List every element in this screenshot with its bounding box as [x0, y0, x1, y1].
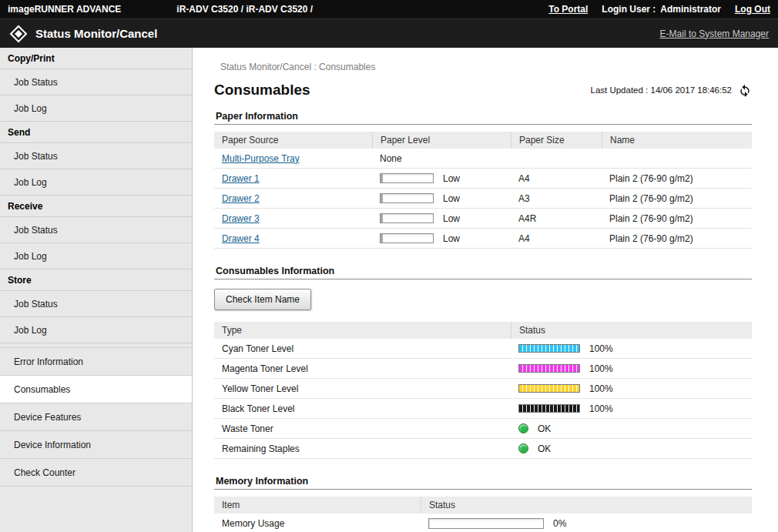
sidebar-group-send: Send [0, 122, 192, 143]
sidebar-group-store: Store [0, 269, 192, 291]
table-row: Multi-Purpose Tray None [214, 149, 752, 169]
sidebar-item-send-job-status[interactable]: Job Status [0, 143, 192, 169]
paper-source-link[interactable]: Drawer 3 [222, 213, 260, 224]
login-user-name: Administrator [660, 4, 721, 15]
paper-table: Paper Source Paper Level Paper Size Name… [214, 132, 752, 249]
logout-link[interactable]: Log Out [735, 4, 770, 15]
memory-item: Memory Usage [214, 518, 421, 529]
memory-information-heading: Memory Information [214, 476, 752, 490]
consumable-type: Cyan Toner Level [214, 343, 511, 354]
memory-usage-bar [428, 518, 544, 529]
status-monitor-logo-icon [9, 25, 28, 43]
paper-source-link[interactable]: Drawer 1 [222, 173, 260, 184]
column-header: Status [511, 322, 752, 339]
status-text: OK [538, 443, 551, 454]
magenta-toner-bar [518, 364, 580, 373]
app-title: Status Monitor/Cancel [35, 27, 157, 40]
last-updated-text: Last Updated : 14/06 2017 18:46:52 [590, 85, 732, 95]
paper-name: Plain 2 (76-90 g/m2) [602, 233, 752, 244]
paper-level-text: Low [443, 173, 460, 184]
table-row: Remaining Staples OK [214, 439, 752, 459]
memory-table: Item Status Memory Usage 0% [214, 497, 752, 532]
consumables-information-heading: Consumables Information [214, 266, 752, 279]
memory-table-header: Item Status [214, 497, 752, 514]
sidebar-item-store-job-log[interactable]: Job Log [0, 317, 192, 343]
sidebar-item-copy-print-job-log[interactable]: Job Log [0, 95, 192, 122]
black-toner-bar [518, 404, 580, 413]
column-header: Paper Level [372, 132, 511, 149]
table-row: Waste Toner OK [214, 419, 752, 439]
consumable-type: Black Toner Level [214, 403, 511, 414]
toner-percent: 100% [589, 363, 613, 374]
paper-table-header: Paper Source Paper Level Paper Size Name [214, 132, 752, 149]
consumable-type: Remaining Staples [214, 443, 511, 454]
column-header: Type [214, 322, 511, 339]
sidebar-item-receive-job-log[interactable]: Job Log [0, 243, 192, 269]
toner-percent: 100% [589, 383, 613, 394]
memory-percent: 0% [553, 518, 566, 529]
consumable-type: Yellow Toner Level [214, 383, 511, 394]
paper-size: A4R [511, 213, 602, 224]
table-row: Drawer 4 Low A4 Plain 2 (76-90 g/m2) [214, 229, 752, 249]
email-to-system-manager-link[interactable]: E-Mail to System Manager [660, 28, 769, 39]
sidebar-item-check-counter[interactable]: Check Counter [0, 459, 192, 487]
login-user-label: Login User : [602, 4, 656, 15]
status-ok-icon [518, 443, 528, 453]
sidebar-item-error-information[interactable]: Error Information [0, 348, 192, 376]
column-header: Item [214, 497, 421, 514]
app-bar: Status Monitor/Cancel E-Mail to System M… [0, 18, 778, 48]
paper-name: Plain 2 (76-90 g/m2) [602, 213, 752, 224]
table-row: Memory Usage 0% [214, 514, 752, 532]
top-bar: imageRUNNER ADVANCE iR-ADV C3520 / iR-AD… [0, 0, 778, 18]
paper-source-link[interactable]: Multi-Purpose Tray [222, 153, 300, 164]
sidebar-item-send-job-log[interactable]: Job Log [0, 169, 192, 196]
table-row: Drawer 1 Low A4 Plain 2 (76-90 g/m2) [214, 169, 752, 189]
column-header: Paper Source [214, 132, 372, 149]
sidebar-group-receive: Receive [0, 196, 192, 217]
table-row: Black Toner Level 100% [214, 399, 752, 419]
paper-level-text: Low [443, 233, 460, 244]
paper-size: A4 [511, 173, 602, 184]
paper-level-text: Low [443, 193, 460, 204]
device-name: iR-ADV C3520 / iR-ADV C3520 / [176, 4, 313, 15]
paper-size: A4 [511, 233, 602, 244]
table-row: Magenta Toner Level 100% [214, 359, 752, 379]
yellow-toner-bar [518, 384, 580, 393]
refresh-icon[interactable] [738, 84, 752, 97]
sidebar-item-receive-job-status[interactable]: Job Status [0, 217, 192, 243]
paper-level-bar [380, 213, 434, 223]
consumables-table: Type Status Cyan Toner Level 100% Magent… [214, 322, 752, 459]
paper-level-bar [380, 173, 434, 183]
sidebar: Copy/Print Job Status Job Log Send Job S… [0, 48, 193, 532]
sidebar-group-copy-print: Copy/Print [0, 48, 192, 69]
column-header: Name [602, 132, 752, 149]
login-user: Login User : Administrator [602, 4, 721, 15]
paper-level-bar [380, 233, 434, 243]
sidebar-item-store-job-status[interactable]: Job Status [0, 291, 192, 317]
paper-level-bar [380, 193, 434, 203]
paper-information-heading: Paper Information [214, 111, 752, 125]
check-item-name-button[interactable]: Check Item Name [214, 289, 311, 310]
table-row: Drawer 2 Low A3 Plain 2 (76-90 g/m2) [214, 189, 752, 209]
sidebar-item-consumables[interactable]: Consumables [0, 376, 192, 403]
sidebar-item-copy-print-job-status[interactable]: Job Status [0, 69, 192, 95]
paper-level-text: None [380, 153, 402, 164]
to-portal-link[interactable]: To Portal [548, 4, 588, 15]
table-row: Drawer 3 Low A4R Plain 2 (76-90 g/m2) [214, 209, 752, 229]
column-header: Paper Size [511, 132, 602, 149]
brand-label: imageRUNNER ADVANCE [8, 4, 121, 15]
paper-size: A3 [511, 193, 602, 204]
consumable-type: Magenta Toner Level [214, 363, 511, 374]
toner-percent: 100% [589, 403, 613, 414]
paper-name: Plain 2 (76-90 g/m2) [602, 173, 752, 184]
paper-source-link[interactable]: Drawer 2 [222, 193, 260, 204]
main-content: Status Monitor/Cancel : Consumables Cons… [193, 48, 778, 532]
table-row: Cyan Toner Level 100% [214, 339, 752, 359]
toner-percent: 100% [589, 343, 613, 354]
paper-source-link[interactable]: Drawer 4 [222, 233, 260, 244]
status-ok-icon [518, 423, 528, 433]
sidebar-item-device-information[interactable]: Device Information [0, 431, 192, 459]
sidebar-item-device-features[interactable]: Device Features [0, 403, 192, 431]
column-header: Status [421, 497, 752, 514]
consumable-type: Waste Toner [214, 423, 511, 434]
